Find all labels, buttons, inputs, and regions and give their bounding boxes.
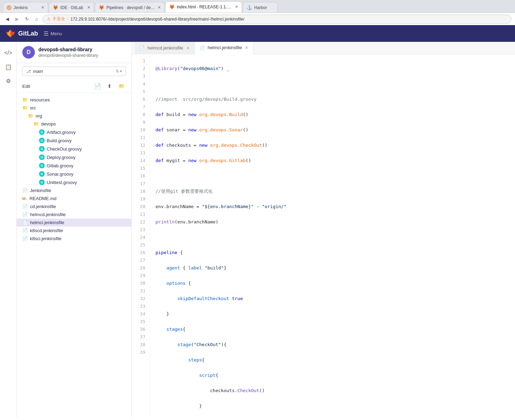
harbor-tab-title: Harbor: [254, 5, 274, 10]
tree-item-sonar-groovy[interactable]: G Sonar.groovy: [17, 170, 131, 178]
file-icon: 📄: [22, 220, 28, 225]
branch-selector[interactable]: ⎇ main ⇅ ▾: [22, 67, 126, 76]
menu-label: Menu: [51, 31, 62, 36]
sonar-groovy-label: Sonar.groovy: [47, 171, 74, 177]
gitlab-menu-button[interactable]: ☰ Menu: [44, 30, 62, 37]
new-file-button[interactable]: 📄: [93, 82, 102, 91]
tree-item-devops[interactable]: 📁 devops: [17, 120, 131, 128]
browser-tab-jenkins[interactable]: J Jenkins ✕: [3, 2, 48, 13]
branch-icon: ⎇: [26, 69, 31, 74]
gitlab-wordmark: GitLab: [18, 30, 38, 37]
branch-controls-icon: ⇅ ▾: [116, 69, 122, 74]
tree-item-deploy-groovy[interactable]: G Deploy.groovy: [17, 153, 131, 161]
address-input[interactable]: ⚠ 不安全 | 172.29.9.101:8076/-/ide/project/…: [43, 15, 512, 24]
helmcd-tab-close-icon[interactable]: ✕: [186, 46, 190, 51]
edit-bar: Edit 📄 ⬆ 📁: [17, 79, 131, 93]
repo-path: devops6/devops6-shared-library: [38, 53, 98, 58]
tree-item-k8sci-jenkinsfile[interactable]: 📄 k8sci.jenkinsfile: [17, 235, 131, 243]
back-button[interactable]: ◀: [3, 15, 11, 23]
code-line-7: def mygit = new org.devops.Gitlab(): [156, 157, 515, 165]
editor-tab-helmcd[interactable]: 📄 helmcd.jenkinsfile ✕: [135, 42, 195, 54]
ide-gitlab-tab-title: IDE · GitLab: [60, 5, 85, 10]
file-icon: 📄: [22, 188, 28, 193]
jenkins-tab-title: Jenkins: [14, 5, 39, 10]
address-separator: |: [67, 17, 68, 22]
home-button[interactable]: ⌂: [33, 15, 40, 23]
tree-item-readme[interactable]: M↓ README.md: [17, 194, 131, 203]
tree-item-resources[interactable]: 📁 resources: [17, 96, 131, 104]
editor-tab-helmci[interactable]: 📄 helmci.jenkinsfile ✕: [195, 42, 253, 54]
code-line-15: options {: [156, 280, 515, 287]
main-layout: </> 📋 ⚙ D devops6-shared-library devops6…: [0, 42, 515, 418]
tree-item-gitlab-groovy[interactable]: G Gitlab.groovy: [17, 161, 131, 170]
index-html-tab-close[interactable]: ✕: [235, 5, 238, 9]
groovy-file-icon: G: [39, 129, 45, 135]
sidebar-icon-clipboard[interactable]: 📋: [3, 61, 14, 72]
code-line-20: steps{: [156, 356, 515, 364]
code-line-13: pipeline {: [156, 249, 515, 257]
sidebar-icon-code[interactable]: </>: [3, 47, 14, 59]
hamburger-icon: ☰: [44, 30, 48, 37]
code-line-24: }: [156, 418, 515, 418]
folder-icon: 📁: [28, 113, 33, 119]
folder-icon: 📁: [22, 97, 28, 102]
harbor-favicon: ⚓: [247, 5, 252, 10]
helmcd-tab-file-icon: 📄: [139, 46, 145, 51]
file-explorer: D devops6-shared-library devops6/devops6…: [17, 42, 132, 418]
devops-label: devops: [41, 121, 56, 127]
sidebar-icon-rail: </> 📋 ⚙: [0, 42, 17, 418]
ide-gitlab-favicon: 🦊: [53, 5, 58, 10]
address-bar: ◀ ▶ ↻ ⌂ ⚠ 不安全 | 172.29.9.101:8076/-/ide/…: [0, 13, 515, 25]
code-editor[interactable]: 1 2 3 4 5 6 7 8 9 10 11 12 13 14 15 16 1: [132, 54, 515, 418]
jenkins-favicon: J: [7, 5, 12, 10]
tree-item-org[interactable]: 📁 org: [17, 112, 131, 120]
branch-name-label: main: [33, 69, 114, 74]
file-tree: 📁 resources 📁 src 📁 org 📁 devops: [17, 93, 131, 418]
gitlab-logo[interactable]: GitLab: [6, 29, 38, 38]
code-line-17: }: [156, 310, 515, 318]
upload-button[interactable]: ⬆: [105, 82, 114, 91]
browser-tab-harbor[interactable]: ⚓ Harbor: [243, 2, 278, 13]
browser-chrome: J Jenkins ✕ 🦊 IDE · GitLab ✕ 🦊 Pipelines…: [0, 0, 515, 25]
code-line-18: stages{: [156, 326, 515, 333]
tree-item-build-groovy[interactable]: G Build.groovy: [17, 136, 131, 145]
repo-name: devops6-shared-library: [38, 47, 98, 52]
helmci-tab-label: helmci.jenkinsfile: [208, 45, 242, 50]
sidebar-icon-settings[interactable]: ⚙: [3, 75, 14, 86]
line-numbers: 1 2 3 4 5 6 7 8 9 10 11 12 13 14 15 16 1: [132, 54, 150, 418]
security-warning-icon: ⚠: [47, 17, 51, 21]
ide-gitlab-tab-close[interactable]: ✕: [87, 5, 90, 10]
tree-item-helmcd-jenkinsfile[interactable]: 📄 helmcd.jenkinsfile: [17, 211, 131, 219]
jenkinsfile-label: Jenkinsfile: [30, 188, 51, 193]
tree-item-helmci-jenkinsfile[interactable]: 📄 helmci.jenkinsfile: [17, 219, 131, 227]
checkout-groovy-label: CheckOut.groovy: [47, 146, 82, 152]
file-icon: 📄: [22, 228, 28, 233]
gitlab-app: GitLab ☰ Menu </> 📋 ⚙ D devops6-shared-l…: [0, 25, 515, 418]
tree-item-artifact-groovy[interactable]: G Artifact.groovy: [17, 128, 131, 136]
tree-item-jenkinsfile[interactable]: 📄 Jenkinsfile: [17, 186, 131, 194]
tree-item-checkout-groovy[interactable]: G CheckOut.groovy: [17, 145, 131, 153]
gitlab-groovy-label: Gitlab.groovy: [47, 163, 74, 168]
tree-item-src[interactable]: 📁 src: [17, 104, 131, 112]
code-line-10: env.branchName = "${env.branchName}" - "…: [156, 203, 515, 211]
index-html-tab-title: index.html · RELEASE-1.1.1 · de: [177, 5, 233, 9]
repo-avatar: D: [22, 46, 35, 59]
code-line-9: //使用git 参数需要格式化: [156, 188, 515, 195]
groovy-file-icon: G: [39, 163, 45, 168]
tree-item-k8scd-jenkinsfile[interactable]: 📄 k8scd.jenkinsfile: [17, 227, 131, 235]
new-folder-button[interactable]: 📁: [117, 82, 126, 91]
tree-item-cd-jenkinsfile[interactable]: 📄 cd.jenkinsfile: [17, 203, 131, 211]
pipelines-tab-close[interactable]: ✕: [158, 5, 161, 10]
helmci-tab-close-icon[interactable]: ✕: [245, 45, 248, 50]
browser-tab-ide-gitlab[interactable]: 🦊 IDE · GitLab ✕: [49, 2, 94, 13]
code-line-1: @Library("devops06@main") _: [156, 65, 515, 72]
tree-item-unittest-groovy[interactable]: G Unittest.groovy: [17, 178, 131, 186]
reload-button[interactable]: ↻: [23, 15, 31, 23]
address-url: 172.29.9.101:8076/-/ide/project/devops6/…: [70, 17, 244, 22]
jenkins-tab-close[interactable]: ✕: [41, 5, 44, 10]
code-content[interactable]: @Library("devops06@main") _ //import src…: [150, 54, 515, 418]
groovy-file-icon: G: [39, 180, 45, 185]
forward-button[interactable]: ▶: [13, 15, 21, 23]
browser-tab-pipelines[interactable]: 🦊 Pipelines · devops6 / devops6 ✕: [95, 2, 165, 13]
browser-tab-index-html[interactable]: 🦊 index.html · RELEASE-1.1.1 · de ✕: [165, 1, 242, 13]
